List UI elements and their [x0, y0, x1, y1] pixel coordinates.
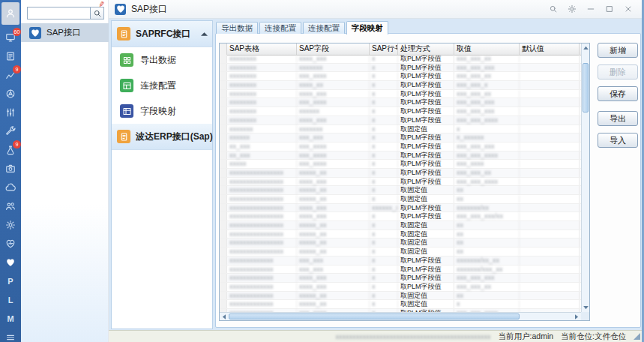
- scroll-left-arrow[interactable]: [220, 313, 228, 321]
- redacted-cell: xxxxxxx: [297, 64, 370, 72]
- table-row[interactable]: xxxxxxxxxxxxxxxx_xxxx取PLM字段值xxxxxxx/xxx_…: [220, 266, 581, 274]
- table-row[interactable]: xxxxxxxxxxxx_xxxx取PLM字段值xxx_xxx_xx: [220, 55, 581, 64]
- camera-icon[interactable]: [0, 159, 21, 178]
- letter-icon[interactable]: M: [0, 309, 21, 328]
- tab-连接配置-1[interactable]: 连接配置: [259, 22, 301, 34]
- table-row[interactable]: xxxxxxxxxxxxxxxxxxxxx_xxx取PLM字段值xxx_xxx_…: [220, 169, 581, 178]
- column-header-SAP表格[interactable]: SAP表格: [227, 44, 297, 55]
- table-row[interactable]: xxxxxxxxxxx_xxxxx取PLM字段值xxx_xxx_xx: [220, 72, 581, 81]
- menu-icon[interactable]: [0, 328, 21, 342]
- menu-group-boda-erp[interactable]: 波达ERP接口(Sap): [112, 124, 212, 150]
- table-row[interactable]: xx_xxxxxx_xxxxx取PLM字段值xxx_xxx_xxxx: [220, 152, 581, 160]
- redacted-cell: xxx_xxxx: [454, 160, 520, 168]
- redacted-cell: xxx_xxx_xx: [454, 90, 520, 98]
- table-row[interactable]: xxxxxxxxxxxx_xxxx取PLM字段值xxx_xxx_xx: [220, 90, 581, 99]
- left-icon-rail: 6099PLM: [0, 0, 21, 342]
- menu-item-字段映射[interactable]: 字段映射: [112, 98, 212, 124]
- horizontal-scrollbar[interactable]: [220, 312, 581, 320]
- table-row[interactable]: xxxxxxxxxxxxxxxxxxxxx_xxx取固定值xx: [220, 248, 581, 256]
- table-row[interactable]: xxxxxxxxxxxxxxxxxxxxx_xxx取固定值xx: [220, 221, 581, 230]
- tab-字段映射-3[interactable]: 字段映射: [346, 21, 388, 34]
- maximize-icon[interactable]: [600, 2, 619, 16]
- table-row[interactable]: xxxxxxxxxxxxxxx取PLM字段值xxx_xxx_xxx: [220, 107, 581, 116]
- document-icon[interactable]: [0, 46, 21, 65]
- table-row[interactable]: xxxxxxxxxxxxxxxxxxxxx_xxx取固定值xx: [220, 186, 581, 195]
- sliders-icon[interactable]: [0, 103, 21, 122]
- menu-item-导出数据[interactable]: 导出数据: [112, 47, 212, 73]
- redacted-cell: xx_xxx: [227, 142, 297, 151]
- table-row[interactable]: xxxxxxxxxxxxxxxxxxxx_xxxx取PLM字段值xxx_xxx_…: [220, 212, 581, 221]
- table-cell: 取固定值: [398, 230, 454, 238]
- search-button[interactable]: [90, 7, 104, 20]
- minimize-icon[interactable]: [581, 2, 600, 16]
- mapping-table: SAP表格SAP字段SAP行号处理方式取值默认值 xxxxxxxxxxxx_xx…: [219, 43, 590, 321]
- table-cell: 取PLM字段值: [398, 55, 454, 63]
- table-row[interactable]: xxxxxxxxxxxxxxxxxxxxx_xxx取固定值xx: [220, 195, 581, 204]
- 保存-button[interactable]: 保存: [598, 86, 638, 101]
- nav-item-sap-interface[interactable]: SAP接口: [21, 23, 109, 42]
- heart-pulse-icon[interactable]: [0, 234, 21, 253]
- scrollbar-corner: [581, 312, 589, 320]
- letter-icon[interactable]: L: [0, 290, 21, 309]
- table-row[interactable]: xxxxxxxxx_xxxx取PLM字段值x_xxxxxx: [220, 134, 581, 142]
- scroll-right-arrow[interactable]: [573, 313, 581, 321]
- settings-icon[interactable]: [562, 2, 581, 16]
- letter-icon[interactable]: P: [0, 272, 21, 290]
- search-icon[interactable]: [544, 2, 562, 16]
- tab-导出数据-0[interactable]: 导出数据: [216, 22, 258, 34]
- table-row[interactable]: xxxxxxxxxxxxxxxxxxxx_xxxx取PLM字段值xxx_xxx_…: [220, 178, 581, 187]
- heart-icon[interactable]: [0, 253, 21, 272]
- table-row[interactable]: xxxxxxxxxxxx_xxxx取PLM字段值xxx_xxx_xxxx: [220, 116, 581, 125]
- horizontal-scroll-thumb[interactable]: [229, 314, 520, 320]
- scroll-up-arrow[interactable]: [582, 44, 590, 52]
- close-icon[interactable]: [619, 2, 637, 16]
- table-row[interactable]: xxxxxxxxxxxxxxxxxx_xxx取固定值xx: [220, 292, 581, 301]
- table-cell: [220, 142, 227, 151]
- table-row[interactable]: xxxxxxxxxxxxxxxxxx_xxx取固定值x: [220, 300, 581, 309]
- menu-group-saprfc[interactable]: SAPRFC接口: [112, 21, 212, 47]
- monitor-icon[interactable]: 60: [0, 28, 21, 46]
- steering-wheel-icon[interactable]: [0, 84, 21, 103]
- table-cell: 取PLM字段值: [398, 169, 454, 177]
- column-header-取值[interactable]: 取值: [454, 44, 520, 55]
- menu-item-连接配置[interactable]: 连接配置: [112, 73, 212, 98]
- column-header-处理方式[interactable]: 处理方式: [398, 44, 454, 55]
- scroll-down-arrow[interactable]: [582, 304, 590, 312]
- 导出-button[interactable]: 导出: [598, 111, 638, 126]
- tab-连接配置-2[interactable]: 连接配置: [303, 22, 345, 34]
- table-row[interactable]: xxxxxxxxxxxxxxx取固定值x: [220, 125, 581, 134]
- redacted-cell: xxx_xxx_xx: [454, 72, 520, 80]
- 新增-button[interactable]: 新增: [598, 43, 638, 58]
- table-row[interactable]: xxxxxxxxxxxxxxxxxxxxx_xxx取固定值xx: [220, 238, 581, 248]
- table-cell: 取PLM字段值: [398, 64, 454, 72]
- flask-icon[interactable]: 9: [0, 140, 21, 159]
- search-input[interactable]: [27, 7, 90, 20]
- table-row[interactable]: xxxxxxxxxxxxxxxxx_xxxx取PLM字段值xxx_xxx_xxx: [220, 274, 581, 283]
- gear-icon[interactable]: [0, 215, 21, 234]
- table-row[interactable]: xxxxxxxxxxxxxxxxxxxxx_xxx取固定值xx: [220, 230, 581, 239]
- column-header-SAP字段[interactable]: SAP字段: [297, 44, 370, 55]
- resize-grip[interactable]: [634, 333, 640, 340]
- vertical-scrollbar[interactable]: [581, 44, 589, 312]
- table-row[interactable]: xxxxxxxxxxxxxxxxxxxx_xxxxxxxxx_xxx取PLM字段…: [220, 204, 581, 213]
- cloud-icon[interactable]: [0, 178, 21, 196]
- table-cell: [520, 292, 580, 300]
- table-row[interactable]: xxxxxxxxxxxxxxxx取PLM字段值xxx_xxx_xxx: [220, 64, 581, 73]
- vertical-scroll-thumb[interactable]: [583, 63, 589, 112]
- table-row[interactable]: xxxxxxxxxxxxxxxxx_xxxx取PLM字段值xxx_xxx_xx: [220, 283, 581, 292]
- table-row[interactable]: xxxxxxxxxxxx_xxx取PLM字段值xxx_xxx_x: [220, 81, 581, 90]
- table-cell: [220, 283, 227, 291]
- table-row[interactable]: xxxxxxxx_xxxxx取PLM字段值xxx_xxxx: [220, 160, 581, 169]
- column-header-SAP行号[interactable]: SAP行号: [370, 44, 398, 55]
- users-icon[interactable]: [0, 196, 21, 215]
- table-row[interactable]: xx_xxxxxx_xxxxx取PLM字段值xxx_xxx_xxx: [220, 142, 581, 152]
- 导入-button[interactable]: 导入: [598, 133, 638, 148]
- user-avatar[interactable]: [1, 2, 19, 25]
- column-header-默认值[interactable]: 默认值: [520, 44, 580, 55]
- status-bar: xxxxxxxxxxxxxxxxxxxxxxxxxxxxxxxxxxxxxxxx…: [109, 330, 642, 342]
- chart-line-icon[interactable]: 9: [0, 65, 21, 84]
- redacted-cell: xxxxxxxxxxxxx: [227, 266, 297, 274]
- wrench-icon[interactable]: [0, 122, 21, 140]
- table-row[interactable]: xxxxxxxxxxxxxxxx_xxxx取PLM字段值xxxxxxx/xx_x…: [220, 256, 581, 266]
- table-row[interactable]: xxxxxxxxxxx_xxxxx取PLM字段值xxx_xxx_xxx: [220, 98, 581, 107]
